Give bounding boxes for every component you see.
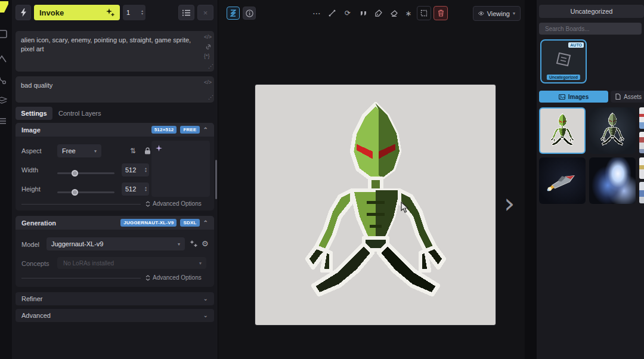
- tab-settings[interactable]: Settings: [16, 107, 52, 120]
- iterations-stepper-arrows[interactable]: ▴ ▾: [141, 10, 143, 16]
- rail-models-icon[interactable]: [0, 97, 7, 105]
- delete-image-button[interactable]: [434, 6, 448, 20]
- model-caret-icon: ▾: [178, 242, 180, 247]
- bbox-button[interactable]: [417, 6, 431, 20]
- height-stepper[interactable]: ▴▾: [145, 186, 147, 192]
- info-button[interactable]: [243, 7, 256, 20]
- line-tool-icon: [329, 10, 336, 17]
- board-header-dropdown[interactable]: Uncategorized: [539, 5, 644, 18]
- add-model-icon[interactable]: [190, 240, 197, 247]
- quick-generate-button[interactable]: [16, 5, 31, 20]
- rail-queue-icon[interactable]: [0, 117, 7, 125]
- canvas-area[interactable]: ⋯ ⟳ ∗ Viewing ▾: [219, 0, 525, 359]
- generated-image-card[interactable]: [255, 85, 496, 325]
- gallery-thumb-abstract[interactable]: [589, 157, 636, 204]
- rail-workflows-icon[interactable]: [0, 76, 7, 85]
- rail-upscale-icon[interactable]: [0, 55, 7, 63]
- gallery-thumb-clipped[interactable]: [639, 157, 644, 179]
- chevron-right-icon: ›: [504, 187, 515, 219]
- concepts-input-wrap[interactable]: ▾: [57, 257, 206, 269]
- tab-images[interactable]: Images: [539, 91, 608, 103]
- height-label: Height: [21, 185, 41, 193]
- advanced-section-header[interactable]: Advanced ⌄: [16, 309, 214, 322]
- positive-prompt-resize-handle[interactable]: ⋰: [208, 63, 213, 69]
- seed-recall-button[interactable]: [371, 6, 386, 20]
- generation-section-title: Generation: [21, 219, 56, 227]
- height-slider-handle[interactable]: [72, 189, 78, 196]
- width-stepper[interactable]: ▴▾: [145, 167, 147, 173]
- model-select[interactable]: Juggernaut-XL-v9 ▾: [47, 237, 185, 250]
- image-collapse-icon[interactable]: ⌃: [203, 127, 208, 133]
- aspect-select[interactable]: Free ▾: [57, 144, 101, 157]
- width-label: Width: [21, 166, 38, 174]
- iterations-input[interactable]: [126, 9, 135, 16]
- eye-icon: [478, 11, 484, 16]
- plus-sparkle-icon: [190, 240, 197, 247]
- height-value-box[interactable]: ▴▾: [122, 182, 149, 196]
- gallery-thumb-alien-dark[interactable]: [589, 107, 636, 154]
- invoke-app-window: Invoke ▴ ▾ × alien icon, scary, enemy, p…: [0, 0, 644, 359]
- concepts-label: Concepts: [21, 260, 49, 267]
- model-settings-gear-icon[interactable]: ⚙: [202, 239, 209, 248]
- stepper-down-icon[interactable]: ▾: [145, 189, 147, 192]
- tab-control-layers[interactable]: Control Layers: [58, 107, 101, 120]
- positive-prompt-input[interactable]: alien icon, scary, enemy, pointing up, s…: [16, 31, 214, 72]
- viewing-mode-dropdown[interactable]: Viewing ▾: [473, 6, 521, 21]
- queue-list-button[interactable]: [178, 5, 194, 20]
- prompt-recall-button[interactable]: [356, 6, 370, 20]
- queue-status-button[interactable]: [227, 7, 240, 20]
- image-accordion-header[interactable]: Image 512×512 FREE ⌃: [16, 123, 214, 137]
- prompt-link-icon[interactable]: [205, 44, 212, 50]
- concepts-input[interactable]: [62, 259, 184, 267]
- width-input[interactable]: [125, 166, 138, 174]
- gallery-thumb-clipped[interactable]: [639, 182, 644, 203]
- gallery-thumb-spaceship[interactable]: [539, 157, 586, 204]
- generation-accordion-header[interactable]: Generation JUGGERNAUT-XL-V9 SDXL ⌃: [16, 216, 214, 230]
- width-slider-handle[interactable]: [72, 170, 78, 177]
- negative-prompt-resize-handle[interactable]: ⋰: [208, 94, 213, 100]
- stepper-down-icon[interactable]: ▾: [141, 13, 143, 16]
- iterations-stepper[interactable]: ▴ ▾: [123, 5, 145, 20]
- next-image-button[interactable]: ›: [504, 190, 515, 217]
- negative-prompt-code-icon[interactable]: </>: [204, 79, 212, 85]
- left-settings-panel: Invoke ▴ ▾ × alien icon, scary, enemy, p…: [12, 0, 218, 359]
- panel-scrollbar-thumb[interactable]: [215, 160, 217, 199]
- prompt-embedding-icon[interactable]: {*}: [204, 53, 210, 59]
- board-card-uncategorized[interactable]: AUTO Uncategorized: [540, 39, 587, 83]
- tab-assets[interactable]: Assets: [611, 91, 644, 103]
- optimize-sparkle-icon[interactable]: [156, 145, 162, 151]
- invoke-button[interactable]: Invoke: [34, 5, 120, 20]
- line-tool-button[interactable]: [325, 6, 339, 20]
- board-search-input[interactable]: [544, 25, 637, 33]
- generation-advanced-options-toggle[interactable]: Advanced Options: [145, 274, 202, 281]
- panel-resize-handle[interactable]: [525, 0, 537, 359]
- assets-tab-icon: [615, 94, 621, 100]
- canvas-menu-button[interactable]: ⋯: [309, 6, 324, 20]
- board-search-wrap[interactable]: [539, 23, 642, 35]
- gallery-thumb-clipped[interactable]: [639, 107, 644, 129]
- image-size-badge: 512×512: [151, 126, 177, 134]
- use-all-button[interactable]: ∗: [401, 6, 416, 20]
- metadata-button[interactable]: [387, 6, 401, 20]
- aspect-swap-icon[interactable]: ⇅: [130, 147, 136, 155]
- negative-prompt-input[interactable]: bad quality: [16, 76, 214, 103]
- generation-collapse-icon[interactable]: ⌃: [203, 220, 208, 226]
- height-slider-track[interactable]: [57, 191, 114, 193]
- stepper-down-icon[interactable]: ▾: [145, 170, 147, 173]
- refiner-section-header[interactable]: Refiner ⌄: [16, 292, 214, 305]
- height-input[interactable]: [125, 185, 138, 193]
- aspect-lock-icon[interactable]: [144, 147, 151, 154]
- left-nav-rail: [0, 0, 12, 359]
- gallery-thumb-alien-selected[interactable]: [539, 107, 586, 154]
- ellipsis-icon: ⋯: [312, 8, 321, 18]
- model-select-value: Juggernaut-XL-v9: [51, 240, 103, 247]
- prompt-code-icon[interactable]: </>: [204, 34, 212, 40]
- width-slider-track[interactable]: [57, 172, 114, 174]
- regenerate-button[interactable]: ⟳: [340, 6, 355, 20]
- cancel-queue-button[interactable]: ×: [197, 5, 213, 20]
- gallery-thumb-clipped[interactable]: [639, 132, 644, 153]
- lightning-bolt-icon: [20, 8, 27, 17]
- width-value-box[interactable]: ▴▾: [122, 163, 149, 177]
- image-advanced-options-toggle[interactable]: Advanced Options: [145, 200, 202, 207]
- rail-canvas-icon[interactable]: [0, 30, 7, 38]
